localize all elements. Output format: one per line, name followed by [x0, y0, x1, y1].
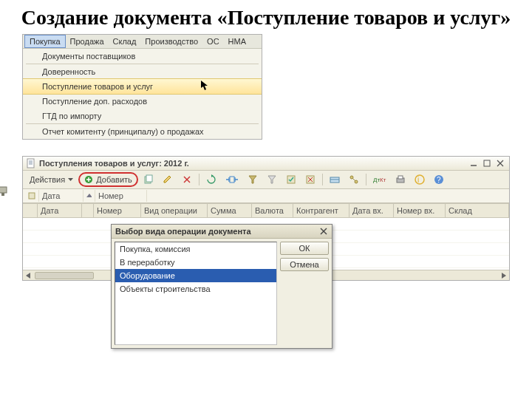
operation-type-list[interactable]: Покупка, комиссия В переработку Оборудов… [115, 242, 277, 345]
mark-delete-button[interactable] [178, 172, 196, 187]
col-operation[interactable]: Вид операции [141, 204, 208, 217]
cursor-icon [201, 81, 210, 91]
dialog-close-button[interactable] [319, 227, 328, 236]
option-equipment[interactable]: Оборудование [115, 269, 276, 282]
dialog-title: Выбор вида операции документа [115, 227, 319, 236]
col-date-in[interactable]: Дата вх. [349, 204, 394, 217]
option-purchase-commission[interactable]: Покупка, комиссия [115, 242, 276, 256]
svg-rect-17 [230, 177, 234, 183]
filter-button[interactable] [244, 172, 262, 187]
filter-icon-cell [24, 190, 39, 202]
menu-production[interactable]: Производство [140, 35, 202, 47]
menu-item-extra-expenses[interactable]: Поступление доп. расходов [23, 94, 262, 109]
titlebar: Поступления товаров и услуг: 2012 г. [23, 157, 509, 171]
menu-dropdown: Документы поставщиков Доверенность Посту… [23, 49, 262, 139]
col-contractor[interactable]: Контрагент [293, 204, 349, 217]
filter-number[interactable]: Номер [95, 190, 147, 202]
close-icon [319, 227, 328, 236]
col-sort[interactable] [82, 204, 94, 217]
menu-os[interactable]: ОС [202, 35, 224, 47]
menu-item-committent-report[interactable]: Отчет комитенту (принципалу) о продажах [23, 124, 262, 139]
col-warehouse[interactable]: Склад [446, 204, 509, 217]
menu-item-gtd[interactable]: ГТД по импорту [23, 109, 262, 123]
main-menu-dropdown: Покупка Продажа Склад Производство ОС НМ… [22, 34, 262, 140]
help-button[interactable]: ? [430, 172, 448, 187]
menu-purchase[interactable]: Покупка [24, 35, 66, 48]
col-sum[interactable]: Сумма [208, 204, 252, 217]
svg-rect-35 [29, 193, 35, 199]
option-construction[interactable]: Объекты строительства [115, 282, 276, 296]
operation-type-dialog: Выбор вида операции документа Покупка, к… [111, 224, 332, 349]
refresh-button[interactable] [202, 172, 220, 187]
window-title: Поступления товаров и услуг: 2012 г. [36, 159, 466, 168]
scroll-right-icon[interactable] [499, 271, 509, 280]
document-icon [26, 158, 36, 168]
svg-rect-0 [0, 187, 7, 193]
maximize-button[interactable] [481, 158, 493, 168]
svg-text:Дт: Дт [373, 177, 380, 183]
minimize-button[interactable] [468, 158, 480, 168]
menu-nma[interactable]: НМА [224, 35, 250, 47]
svg-point-31 [415, 175, 424, 184]
menu-item-poa[interactable]: Доверенность [23, 64, 262, 79]
svg-rect-30 [398, 176, 403, 179]
plus-icon [84, 175, 93, 184]
svg-text:?: ? [437, 176, 441, 184]
svg-text:Кт: Кт [380, 177, 386, 183]
add-label: Добавить [96, 175, 132, 184]
svg-text:i: i [417, 176, 419, 184]
option-processing[interactable]: В переработку [115, 256, 276, 269]
col-currency[interactable]: Валюта [252, 204, 293, 217]
print-button[interactable] [392, 172, 409, 187]
scroll-left-icon[interactable] [23, 271, 33, 280]
col-date[interactable]: Дата [38, 204, 82, 217]
add-button[interactable]: Добавить [78, 172, 138, 187]
grid-headers: Дата Номер Вид операции Сумма Валюта Кон… [23, 204, 509, 218]
scroll-thumb[interactable] [35, 272, 94, 279]
filter-reset-button[interactable] [263, 172, 281, 187]
copy-button[interactable] [140, 172, 157, 187]
cancel-button[interactable]: Отмена [280, 258, 329, 271]
filter-row: Дата Номер [23, 189, 509, 203]
dt-kt-button[interactable]: ДтКт [369, 172, 390, 187]
actions-label: Действия [30, 175, 65, 184]
svg-rect-7 [484, 160, 490, 166]
col-flag[interactable] [23, 204, 38, 217]
post-button[interactable] [282, 172, 300, 187]
col-number-in[interactable]: Номер вх. [394, 204, 446, 217]
filter-small-icon [27, 191, 35, 200]
svg-rect-14 [146, 175, 152, 182]
unpost-button[interactable] [301, 172, 319, 187]
slide-title: Создание документа «Поступление товаров … [0, 0, 532, 34]
dialog-titlebar: Выбор вида операции документа [112, 225, 332, 239]
col-number[interactable]: Номер [94, 204, 141, 217]
period-button[interactable] [222, 172, 242, 187]
edit-button[interactable] [159, 172, 177, 187]
movements-button[interactable] [326, 172, 344, 187]
menu-sale[interactable]: Продажа [66, 35, 109, 47]
actions-button[interactable]: Действия [26, 172, 77, 187]
menubar: Покупка Продажа Склад Производство ОС НМ… [23, 35, 262, 49]
menu-item-label: Поступление товаров и услуг [42, 82, 153, 91]
svg-rect-2 [27, 159, 34, 168]
toolbar: Действия Добавить ДтКт i ? [23, 171, 509, 189]
sort-icon[interactable] [83, 190, 95, 202]
chevron-down-icon [68, 178, 73, 181]
ok-button[interactable]: ОК [280, 242, 329, 255]
menu-item-goods-receipt[interactable]: Поступление товаров и услуг [23, 78, 262, 95]
menu-item-supplier-docs[interactable]: Документы поставщиков [23, 49, 262, 64]
svg-line-26 [352, 178, 355, 181]
menu-warehouse[interactable]: Склад [109, 35, 141, 47]
related-button[interactable] [345, 172, 363, 187]
svg-rect-1 [1, 193, 4, 196]
pin-icon [0, 185, 9, 197]
close-button[interactable] [494, 158, 506, 168]
filter-date[interactable]: Дата [39, 190, 83, 202]
advice-button[interactable]: i [411, 172, 429, 187]
